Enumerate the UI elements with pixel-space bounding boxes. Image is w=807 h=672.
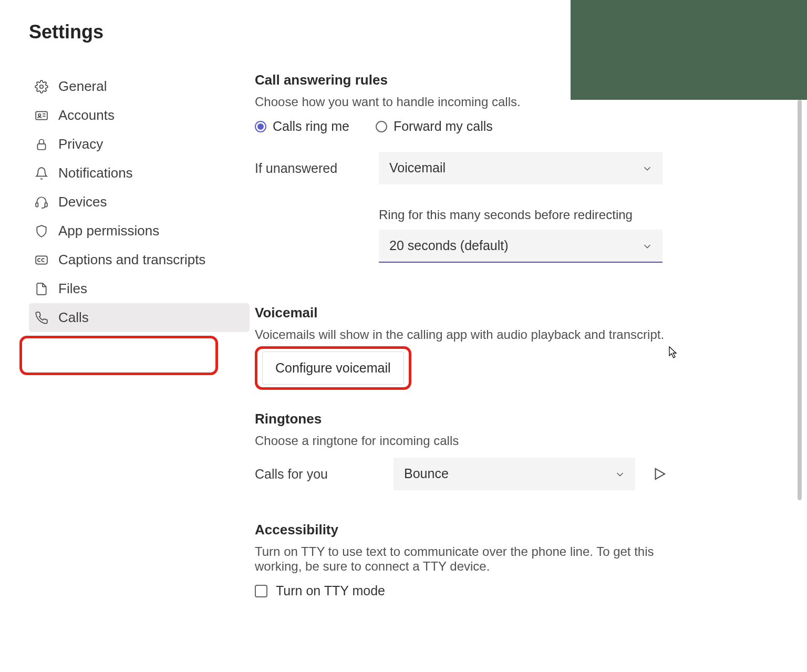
radio-label: Calls ring me (273, 119, 349, 134)
ring-duration-help: Ring for this many seconds before redire… (379, 208, 669, 222)
sidebar-item-files[interactable]: Files (29, 274, 250, 303)
play-ringtone-button[interactable] (650, 464, 669, 483)
bell-icon (34, 166, 49, 181)
headset-icon (34, 195, 49, 210)
chevron-down-icon (614, 469, 625, 479)
sidebar-item-label: Accounts (58, 107, 115, 123)
settings-content: Call answering rules Choose how you want… (250, 72, 805, 630)
sidebar-item-label: Files (58, 281, 87, 297)
shield-icon (34, 224, 49, 239)
svg-rect-1 (36, 111, 47, 119)
settings-sidebar: General Accounts Privacy Notifications (29, 72, 250, 630)
accessibility-title: Accessibility (255, 522, 669, 538)
sidebar-item-notifications[interactable]: Notifications (29, 159, 250, 188)
ringtones-section: Ringtones Choose a ringtone for incoming… (255, 411, 669, 490)
chevron-down-icon (642, 163, 652, 173)
sidebar-item-devices[interactable]: Devices (29, 188, 250, 216)
sidebar-item-accounts[interactable]: Accounts (29, 101, 250, 130)
radio-selected-icon (255, 121, 266, 132)
voicemail-desc: Voicemails will show in the calling app … (255, 327, 669, 342)
radio-calls-ring-me[interactable]: Calls ring me (255, 119, 349, 134)
svg-rect-7 (45, 203, 47, 207)
ringtones-title: Ringtones (255, 411, 669, 427)
radio-label: Forward my calls (394, 119, 493, 134)
if-unanswered-label: If unanswered (255, 161, 379, 176)
voicemail-title: Voicemail (255, 305, 669, 321)
svg-point-0 (40, 85, 44, 88)
svg-point-2 (38, 113, 40, 116)
sidebar-item-label: Notifications (58, 165, 133, 181)
sidebar-item-app-permissions[interactable]: App permissions (29, 216, 250, 245)
calls-for-you-label: Calls for you (255, 467, 379, 482)
sidebar-item-label: Devices (58, 194, 107, 210)
calls-for-you-dropdown[interactable]: Bounce (394, 458, 635, 490)
scrollbar-track[interactable] (796, 100, 802, 672)
phone-icon (34, 311, 49, 325)
masked-region (571, 0, 807, 100)
sidebar-item-captions[interactable]: Captions and transcripts (29, 245, 250, 274)
accessibility-section: Accessibility Turn on TTY to use text to… (255, 522, 669, 598)
dropdown-value: 20 seconds (default) (389, 238, 509, 253)
id-card-icon (34, 108, 49, 123)
tty-mode-checkbox[interactable]: Turn on TTY mode (255, 583, 669, 598)
if-unanswered-dropdown[interactable]: Voicemail (379, 152, 663, 184)
dropdown-value: Bounce (404, 466, 449, 481)
sidebar-item-calls[interactable]: Calls (29, 303, 250, 332)
accessibility-desc: Turn on TTY to use text to communicate o… (255, 544, 654, 574)
sidebar-item-label: Calls (58, 309, 89, 326)
ringtones-desc: Choose a ringtone for incoming calls (255, 433, 669, 448)
file-icon (34, 282, 49, 296)
sidebar-item-label: App permissions (58, 223, 159, 239)
svg-rect-6 (36, 203, 38, 207)
checkbox-label: Turn on TTY mode (276, 583, 385, 598)
call-answering-section: Call answering rules Choose how you want… (255, 72, 669, 263)
svg-marker-9 (656, 469, 665, 479)
voicemail-section: Voicemail Voicemails will show in the ca… (255, 305, 669, 385)
sidebar-item-label: Privacy (58, 136, 103, 152)
sidebar-item-label: Captions and transcripts (58, 252, 205, 268)
sidebar-item-general[interactable]: General (29, 72, 250, 101)
checkbox-unchecked-icon (255, 585, 267, 597)
sidebar-item-privacy[interactable]: Privacy (29, 130, 250, 159)
ring-duration-dropdown[interactable]: 20 seconds (default) (379, 230, 663, 263)
chevron-down-icon (642, 241, 652, 251)
gear-icon (34, 79, 49, 94)
dropdown-value: Voicemail (389, 160, 446, 175)
radio-forward-calls[interactable]: Forward my calls (376, 119, 493, 134)
scrollbar-thumb[interactable] (798, 100, 802, 500)
svg-rect-5 (37, 143, 45, 149)
radio-unselected-icon (376, 121, 387, 132)
configure-voicemail-button[interactable]: Configure voicemail (262, 351, 404, 385)
sidebar-item-label: General (58, 78, 107, 95)
lock-icon (34, 137, 49, 152)
cc-icon (34, 253, 49, 267)
